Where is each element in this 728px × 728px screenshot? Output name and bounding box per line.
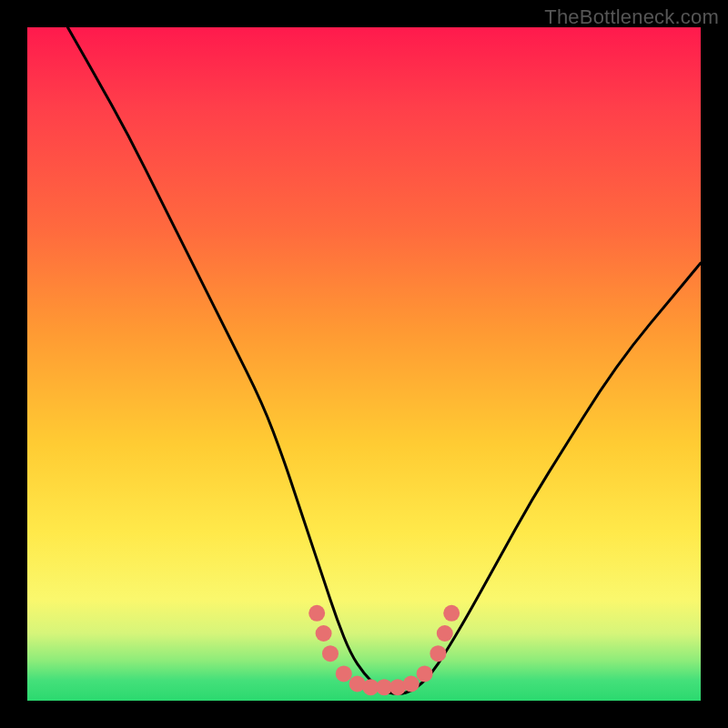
highlight-dot [308, 605, 325, 622]
highlight-dot [336, 665, 352, 682]
chart-frame: TheBottleneck.com [0, 0, 728, 728]
highlight-dot [316, 625, 332, 642]
highlight-dot [430, 645, 446, 662]
plot-area [27, 27, 701, 701]
highlight-dot [437, 625, 453, 642]
bottleneck-curve [67, 27, 701, 694]
highlight-dots [308, 605, 460, 695]
highlight-dot [443, 605, 460, 622]
highlight-dot [322, 645, 339, 662]
watermark-text: TheBottleneck.com [544, 5, 719, 29]
curve-path [67, 27, 701, 694]
highlight-dot [403, 676, 420, 693]
highlight-dot [417, 665, 433, 682]
curve-svg [27, 27, 701, 701]
